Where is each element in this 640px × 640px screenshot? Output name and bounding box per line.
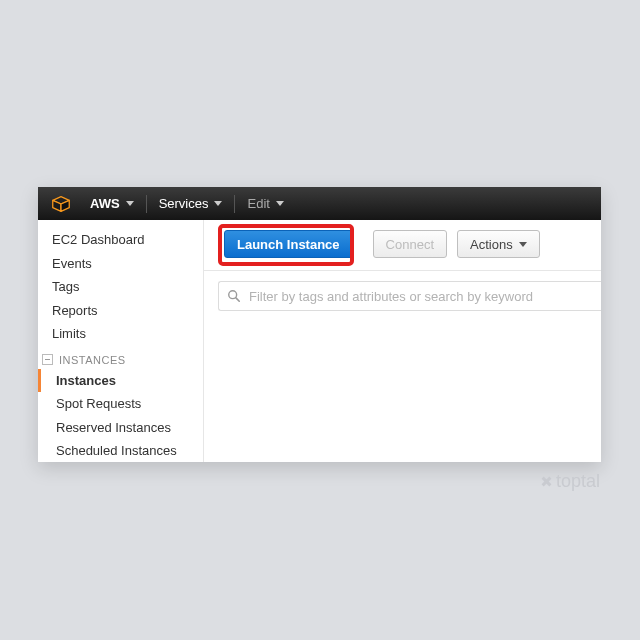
search-icon — [227, 289, 241, 303]
launch-instance-button[interactable]: Launch Instance — [224, 230, 353, 258]
aws-console-panel: AWS Services Edit EC2 Dashboard Events T… — [38, 187, 601, 462]
sidebar-item-events[interactable]: Events — [38, 252, 203, 276]
aws-logo-icon[interactable] — [48, 191, 74, 217]
sidebar: EC2 Dashboard Events Tags Reports Limits… — [38, 220, 204, 462]
nav-separator — [234, 195, 235, 213]
sidebar-item-limits[interactable]: Limits — [38, 322, 203, 346]
sidebar-item-reserved-instances[interactable]: Reserved Instances — [38, 416, 203, 440]
nav-edit-menu[interactable]: Edit — [237, 187, 293, 220]
svg-line-1 — [236, 298, 239, 301]
nav-separator — [146, 195, 147, 213]
sidebar-item-tags[interactable]: Tags — [38, 275, 203, 299]
sidebar-item-scheduled-instances[interactable]: Scheduled Instances — [38, 439, 203, 462]
collapse-icon — [42, 354, 53, 365]
toptal-logo-icon — [539, 474, 555, 490]
actions-label: Actions — [470, 237, 513, 252]
toptal-label: toptal — [556, 471, 600, 492]
sidebar-item-spot-requests[interactable]: Spot Requests — [38, 392, 203, 416]
filter-input[interactable] — [249, 289, 593, 304]
connect-button[interactable]: Connect — [373, 230, 447, 258]
sidebar-item-ec2-dashboard[interactable]: EC2 Dashboard — [38, 228, 203, 252]
chevron-down-icon — [126, 201, 134, 206]
sidebar-group-instances[interactable]: INSTANCES — [38, 346, 203, 369]
global-nav: AWS Services Edit — [38, 187, 601, 220]
chevron-down-icon — [214, 201, 222, 206]
chevron-down-icon — [276, 201, 284, 206]
toolbar: Launch Instance Connect Actions — [204, 226, 601, 271]
filter-search[interactable] — [218, 281, 601, 311]
nav-aws-menu[interactable]: AWS — [80, 187, 144, 220]
nav-services-label: Services — [159, 196, 209, 211]
chevron-down-icon — [519, 242, 527, 247]
console-body: EC2 Dashboard Events Tags Reports Limits… — [38, 220, 601, 462]
main-content: Launch Instance Connect Actions — [204, 220, 601, 462]
nav-services-menu[interactable]: Services — [149, 187, 233, 220]
sidebar-item-instances[interactable]: Instances — [38, 369, 203, 393]
nav-aws-label: AWS — [90, 196, 120, 211]
sidebar-item-reports[interactable]: Reports — [38, 299, 203, 323]
toptal-watermark: toptal — [541, 471, 600, 492]
sidebar-group-label: INSTANCES — [59, 354, 126, 366]
nav-edit-label: Edit — [247, 196, 269, 211]
actions-menu-button[interactable]: Actions — [457, 230, 540, 258]
